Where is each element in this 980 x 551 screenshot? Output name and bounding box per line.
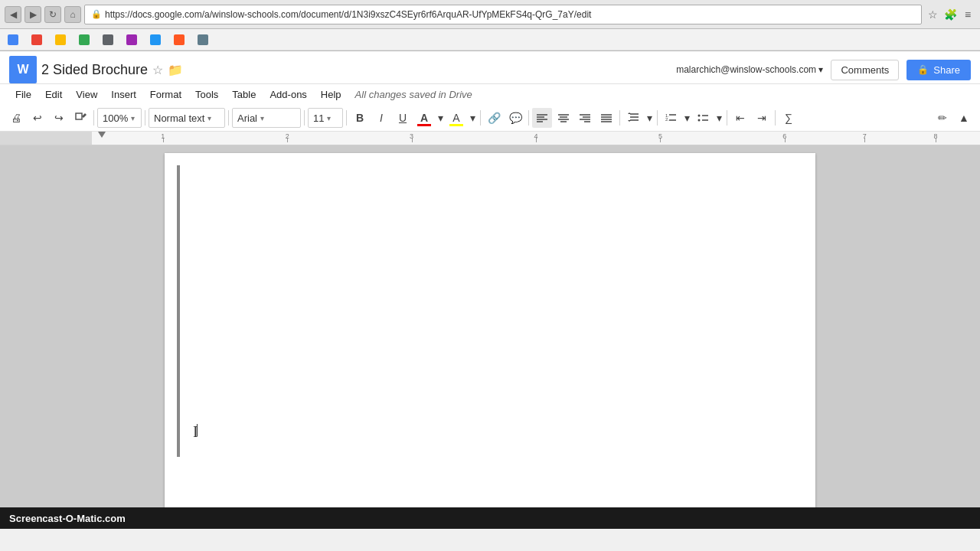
doc-title-text[interactable]: 2 Sided Brochure [41, 62, 148, 78]
menu-insert[interactable]: Insert [105, 86, 142, 103]
align-left-button[interactable] [532, 108, 552, 128]
decrease-indent-button[interactable]: ⇤ [730, 108, 750, 128]
highlight-caret[interactable]: ▾ [468, 108, 477, 128]
bulleted-list-button[interactable] [693, 108, 713, 128]
ruler-num-6: 6 [782, 132, 786, 140]
line-spacing-button[interactable] [623, 108, 643, 128]
bulleted-list-caret[interactable]: ▾ [714, 108, 724, 128]
indent-marker[interactable] [98, 132, 106, 138]
docs-app: W 2 Sided Brochure ☆ 📁 malarchich@winslo… [0, 51, 980, 507]
browser-icons-right: ☆ 🧩 ≡ [925, 7, 975, 22]
star-bookmark-icon[interactable]: ☆ [925, 7, 940, 22]
comments-button[interactable]: Comments [831, 60, 899, 80]
screencast-text: Screencast-O-Matic.com [9, 513, 126, 524]
align-center-button[interactable] [554, 108, 573, 128]
table-cell-3[interactable] [179, 166, 180, 457]
bookmark-item-5[interactable] [98, 33, 120, 47]
sidebar-left [0, 145, 92, 507]
bookmark-item[interactable] [3, 33, 25, 47]
menu-help[interactable]: Help [315, 86, 348, 103]
print-button[interactable]: 🖨 [6, 108, 26, 128]
separator-1 [93, 110, 94, 126]
user-email[interactable]: malarchich@winslow-schools.com ▾ [676, 64, 823, 75]
ruler-num-2: 2 [286, 132, 289, 140]
table-row [178, 166, 180, 457]
bookmark-item-2[interactable] [27, 33, 49, 47]
edit-mode-button[interactable]: ✏ [933, 108, 952, 128]
svg-point-26 [698, 115, 701, 117]
home-button[interactable]: ⌂ [64, 6, 81, 23]
numbered-list-caret[interactable]: ▾ [682, 108, 691, 128]
back-button[interactable]: ◀ [5, 6, 21, 23]
doc-area: I [0, 145, 980, 507]
ruler-num-7: 7 [863, 132, 867, 140]
font-size-dropdown[interactable]: 11 ▾ [308, 108, 343, 128]
align-right-button[interactable] [575, 108, 595, 128]
font-caret: ▾ [260, 114, 264, 122]
style-dropdown[interactable]: Normal text ▾ [149, 108, 225, 128]
saved-status: All changes saved in Drive [355, 89, 472, 100]
formula-button[interactable]: ∑ [779, 108, 799, 128]
title-right: malarchich@winslow-schools.com ▾ Comment… [676, 60, 971, 80]
comment-button[interactable]: 💬 [505, 108, 525, 128]
bookmark-item-4[interactable] [74, 33, 96, 47]
svg-rect-0 [76, 113, 82, 119]
font-color-underline [417, 124, 431, 126]
separator-6 [480, 110, 481, 126]
link-button[interactable]: 🔗 [484, 108, 504, 128]
settings-icon[interactable]: ≡ [960, 7, 975, 22]
separator-5 [346, 110, 347, 126]
line-spacing-caret[interactable]: ▾ [645, 108, 654, 128]
menu-addons[interactable]: Add-ons [263, 86, 312, 103]
separator-3 [228, 110, 229, 126]
zoom-caret: ▾ [131, 114, 135, 122]
bookmark-item-7[interactable] [145, 33, 168, 47]
star-icon[interactable]: ☆ [152, 63, 163, 77]
doc-icon: W [9, 56, 37, 83]
highlight-button[interactable]: A [446, 108, 466, 128]
bookmark-item-3[interactable] [51, 33, 73, 47]
forward-button[interactable]: ▶ [24, 6, 41, 23]
font-dropdown[interactable]: Arial ▾ [232, 108, 301, 128]
doc-content[interactable]: I [92, 145, 888, 507]
font-color-button[interactable]: A [414, 108, 434, 128]
zoom-dropdown[interactable]: 100% ▾ [97, 108, 142, 128]
redo-button[interactable]: ↪ [49, 108, 69, 128]
url-text: https://docs.google.com/a/winslow-school… [105, 9, 591, 20]
bookmark-item-8[interactable] [169, 33, 191, 47]
address-bar[interactable]: 🔒 https://docs.google.com/a/winslow-scho… [84, 5, 922, 24]
separator-8 [619, 110, 620, 126]
bookmark-item-9[interactable] [193, 33, 215, 47]
svg-marker-20 [628, 112, 631, 114]
increase-indent-button[interactable]: ⇥ [752, 108, 772, 128]
menu-edit[interactable]: Edit [39, 86, 68, 103]
doc-table[interactable] [177, 165, 180, 457]
paint-format-button[interactable] [70, 108, 90, 128]
italic-button[interactable]: I [371, 108, 391, 128]
extensions-icon[interactable]: 🧩 [942, 7, 958, 22]
collapse-toolbar-button[interactable]: ▲ [954, 108, 974, 128]
folder-icon[interactable]: 📁 [168, 63, 183, 77]
numbered-list-button[interactable]: 1.2. [661, 108, 681, 128]
sidebar-right [888, 145, 980, 507]
menu-view[interactable]: View [70, 86, 103, 103]
font-color-caret[interactable]: ▾ [436, 108, 445, 128]
doc-page[interactable]: I [165, 153, 815, 507]
menu-table[interactable]: Table [226, 86, 262, 103]
address-icon: 🔒 [91, 9, 102, 19]
menu-format[interactable]: Format [144, 86, 188, 103]
menu-tools[interactable]: Tools [189, 86, 224, 103]
font-size-value: 11 [313, 112, 324, 124]
refresh-button[interactable]: ↻ [44, 6, 61, 23]
font-value: Arial [237, 112, 257, 124]
underline-button[interactable]: U [393, 108, 413, 128]
ruler-left [0, 132, 92, 145]
font-size-caret: ▾ [327, 114, 331, 122]
bookmark-item-6[interactable] [122, 33, 144, 47]
align-justify-button[interactable] [596, 108, 616, 128]
share-button[interactable]: 🔒 Share [906, 60, 971, 80]
ruler-num-8: 8 [933, 132, 937, 140]
bold-button[interactable]: B [350, 108, 370, 128]
menu-file[interactable]: File [9, 86, 38, 103]
undo-button[interactable]: ↩ [28, 108, 47, 128]
